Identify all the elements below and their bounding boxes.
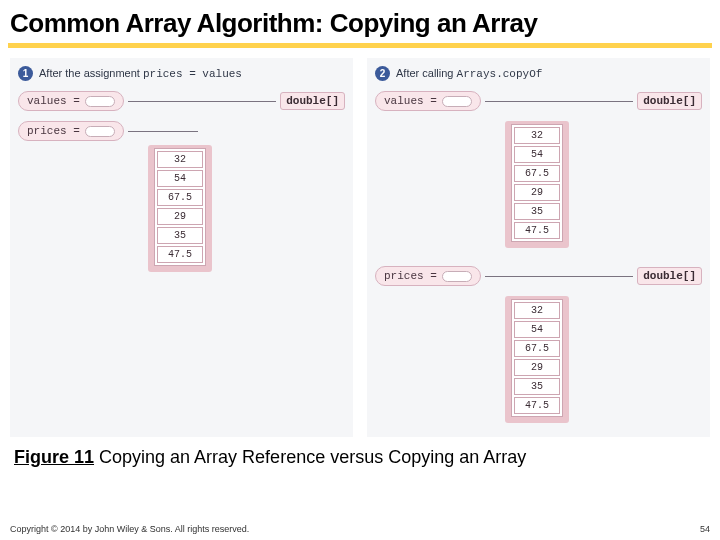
panel1-lead: After the assignment [39, 67, 143, 79]
prices-label: prices = [27, 125, 80, 137]
array-cell: 67.5 [514, 165, 560, 182]
figure-caption: Figure 11 Copying an Array Reference ver… [0, 437, 720, 472]
array-cell: 32 [514, 127, 560, 144]
array-cell: 54 [157, 170, 203, 187]
array-cell: 29 [514, 184, 560, 201]
values-var-pill: values = [18, 91, 124, 111]
array-cell: 47.5 [157, 246, 203, 263]
array-cell: 35 [157, 227, 203, 244]
array-type-label-2a: double[] [637, 92, 702, 110]
panel-assignment: 1 After the assignment prices = values v… [10, 58, 353, 437]
prices-pointer-row-2: prices = double[] [375, 266, 702, 286]
array-cell: 35 [514, 378, 560, 395]
panel1-header: 1 After the assignment prices = values [18, 66, 345, 81]
array-cell: 35 [514, 203, 560, 220]
pointer-line [128, 101, 276, 102]
array-table-1: 32 54 67.5 29 35 47.5 [154, 148, 206, 266]
prices-slot-2 [442, 271, 472, 282]
diagram-area: 1 After the assignment prices = values v… [0, 58, 720, 437]
array-cell: 29 [157, 208, 203, 225]
values-label: values = [27, 95, 80, 107]
array-cell: 29 [514, 359, 560, 376]
step-badge-2: 2 [375, 66, 390, 81]
array-cell: 47.5 [514, 397, 560, 414]
array-cell: 67.5 [514, 340, 560, 357]
panel-copyof: 2 After calling Arrays.copyOf values = d… [367, 58, 710, 437]
prices-pointer-row: prices = [18, 121, 345, 141]
array-cell: 67.5 [157, 189, 203, 206]
values-array-block: 32 54 67.5 29 35 47.5 [505, 121, 569, 252]
prices-var-pill-2: prices = [375, 266, 481, 286]
array-cell: 47.5 [514, 222, 560, 239]
array-type-label-2b: double[] [637, 267, 702, 285]
panel2-code: Arrays.copyOf [457, 68, 543, 80]
array-cell: 54 [514, 321, 560, 338]
panel2-lead: After calling [396, 67, 457, 79]
page-number: 54 [700, 524, 710, 534]
array-type-label-1: double[] [280, 92, 345, 110]
title-underline [8, 43, 712, 48]
shared-array-block: 32 54 67.5 29 35 47.5 [148, 145, 212, 276]
prices-slot [85, 126, 115, 137]
figure-number: Figure 11 [14, 447, 94, 467]
array-table-2b: 32 54 67.5 29 35 47.5 [511, 299, 563, 417]
page-title: Common Array Algorithm: Copying an Array [0, 0, 720, 43]
array-cell: 32 [514, 302, 560, 319]
pointer-line [485, 101, 633, 102]
values-slot [85, 96, 115, 107]
array-cell: 32 [157, 151, 203, 168]
values-slot-2 [442, 96, 472, 107]
array-cell: 54 [514, 146, 560, 163]
prices-label-2: prices = [384, 270, 437, 282]
panel1-code: prices = values [143, 68, 242, 80]
copyright-text: Copyright © 2014 by John Wiley & Sons. A… [10, 524, 249, 534]
array-table-2a: 32 54 67.5 29 35 47.5 [511, 124, 563, 242]
values-pointer-row: values = double[] [18, 91, 345, 111]
prices-array-block: 32 54 67.5 29 35 47.5 [505, 296, 569, 427]
pointer-line [485, 276, 633, 277]
values-var-pill-2: values = [375, 91, 481, 111]
values-label-2: values = [384, 95, 437, 107]
footer: Copyright © 2014 by John Wiley & Sons. A… [10, 524, 710, 534]
panel2-header: 2 After calling Arrays.copyOf [375, 66, 702, 81]
values-pointer-row-2: values = double[] [375, 91, 702, 111]
step-badge-1: 1 [18, 66, 33, 81]
pointer-line [128, 131, 198, 132]
prices-var-pill: prices = [18, 121, 124, 141]
figure-text: Copying an Array Reference versus Copyin… [94, 447, 526, 467]
